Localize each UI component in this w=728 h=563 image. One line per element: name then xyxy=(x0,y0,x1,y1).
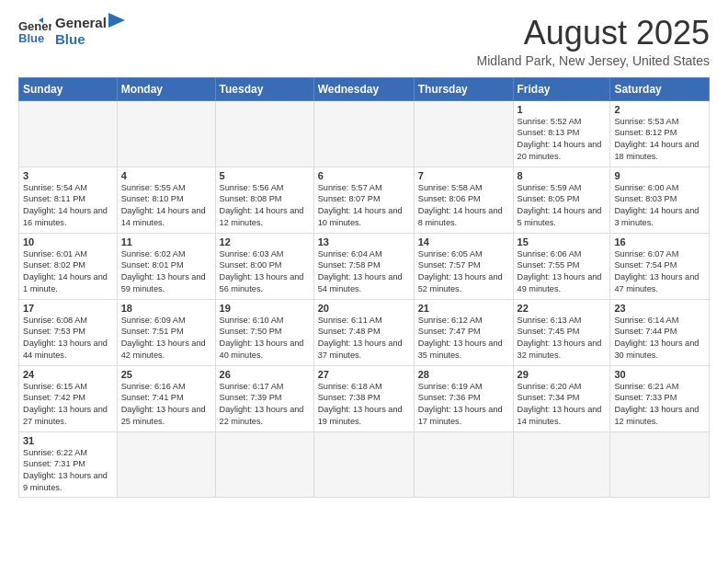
day-number: 25 xyxy=(121,369,211,380)
calendar-header-sunday: Sunday xyxy=(19,77,118,100)
calendar-day-28: 28Sunrise: 6:19 AM Sunset: 7:36 PM Dayli… xyxy=(414,365,513,431)
day-info: Sunrise: 6:04 AM Sunset: 7:58 PM Dayligh… xyxy=(318,248,410,296)
day-number: 14 xyxy=(418,236,509,247)
day-number: 20 xyxy=(318,303,410,314)
day-info: Sunrise: 6:02 AM Sunset: 8:01 PM Dayligh… xyxy=(121,248,211,296)
calendar-day-empty xyxy=(215,100,313,167)
calendar-day-29: 29Sunrise: 6:20 AM Sunset: 7:34 PM Dayli… xyxy=(513,365,610,431)
day-number: 23 xyxy=(614,303,705,314)
day-number: 5 xyxy=(220,170,310,181)
calendar-header-monday: Monday xyxy=(117,77,215,100)
day-info: Sunrise: 6:00 AM Sunset: 8:03 PM Dayligh… xyxy=(614,182,705,230)
calendar-header-saturday: Saturday xyxy=(610,77,710,100)
day-info: Sunrise: 6:11 AM Sunset: 7:48 PM Dayligh… xyxy=(318,315,410,362)
day-info: Sunrise: 5:59 AM Sunset: 8:05 PM Dayligh… xyxy=(518,182,607,230)
logo-general-text: General xyxy=(55,15,107,31)
svg-text:Blue: Blue xyxy=(18,31,44,45)
calendar-day-18: 18Sunrise: 6:09 AM Sunset: 7:51 PM Dayli… xyxy=(117,299,215,365)
day-number: 21 xyxy=(418,303,509,314)
day-info: Sunrise: 6:09 AM Sunset: 7:51 PM Dayligh… xyxy=(121,315,211,362)
day-info: Sunrise: 5:58 AM Sunset: 8:06 PM Dayligh… xyxy=(418,182,509,230)
calendar-day-empty xyxy=(313,431,414,498)
day-number: 9 xyxy=(614,170,705,181)
calendar-day-empty xyxy=(117,100,215,167)
day-info: Sunrise: 5:57 AM Sunset: 8:07 PM Dayligh… xyxy=(318,182,410,230)
day-number: 17 xyxy=(23,303,113,314)
calendar-day-10: 10Sunrise: 6:01 AM Sunset: 8:02 PM Dayli… xyxy=(19,233,118,299)
day-info: Sunrise: 6:03 AM Sunset: 8:00 PM Dayligh… xyxy=(220,248,310,296)
day-number: 6 xyxy=(318,170,410,181)
calendar-header-tuesday: Tuesday xyxy=(215,77,313,100)
calendar-day-empty xyxy=(513,431,610,498)
calendar-day-1: 1Sunrise: 5:52 AM Sunset: 8:13 PM Daylig… xyxy=(513,100,610,167)
day-number: 11 xyxy=(121,236,211,247)
day-info: Sunrise: 6:14 AM Sunset: 7:44 PM Dayligh… xyxy=(614,315,705,362)
day-number: 3 xyxy=(23,170,113,181)
day-info: Sunrise: 6:22 AM Sunset: 7:31 PM Dayligh… xyxy=(23,447,113,495)
day-number: 8 xyxy=(518,170,607,181)
page: General Blue General Blue August 2025 Mi… xyxy=(0,0,728,507)
day-info: Sunrise: 6:19 AM Sunset: 7:36 PM Dayligh… xyxy=(418,381,509,429)
day-info: Sunrise: 6:10 AM Sunset: 7:50 PM Dayligh… xyxy=(220,315,310,362)
calendar-day-16: 16Sunrise: 6:07 AM Sunset: 7:54 PM Dayli… xyxy=(610,233,710,299)
calendar-day-empty xyxy=(414,431,513,498)
calendar-day-12: 12Sunrise: 6:03 AM Sunset: 8:00 PM Dayli… xyxy=(215,233,313,299)
calendar-day-30: 30Sunrise: 6:21 AM Sunset: 7:33 PM Dayli… xyxy=(610,365,710,431)
calendar-header-friday: Friday xyxy=(513,77,610,100)
location: Midland Park, New Jersey, United States xyxy=(477,53,710,68)
calendar-header-thursday: Thursday xyxy=(414,77,513,100)
day-number: 29 xyxy=(518,369,607,380)
day-number: 27 xyxy=(318,369,410,380)
day-number: 7 xyxy=(418,170,509,181)
day-number: 18 xyxy=(121,303,211,314)
day-number: 1 xyxy=(518,104,607,115)
day-number: 15 xyxy=(518,236,607,247)
day-number: 4 xyxy=(121,170,211,181)
day-info: Sunrise: 5:56 AM Sunset: 8:08 PM Dayligh… xyxy=(220,182,310,230)
title-area: August 2025 Midland Park, New Jersey, Un… xyxy=(477,15,710,68)
calendar-day-20: 20Sunrise: 6:11 AM Sunset: 7:48 PM Dayli… xyxy=(313,299,414,365)
calendar-week-row: 24Sunrise: 6:15 AM Sunset: 7:42 PM Dayli… xyxy=(19,365,710,431)
calendar-day-empty xyxy=(313,100,414,167)
day-info: Sunrise: 6:16 AM Sunset: 7:41 PM Dayligh… xyxy=(121,381,211,429)
calendar-day-3: 3Sunrise: 5:54 AM Sunset: 8:11 PM Daylig… xyxy=(19,167,118,233)
day-number: 30 xyxy=(614,369,705,380)
calendar-day-21: 21Sunrise: 6:12 AM Sunset: 7:47 PM Dayli… xyxy=(414,299,513,365)
calendar-day-empty xyxy=(610,431,710,498)
calendar-header-wednesday: Wednesday xyxy=(313,77,414,100)
calendar-day-8: 8Sunrise: 5:59 AM Sunset: 8:05 PM Daylig… xyxy=(513,167,610,233)
generalblue-logo-icon: General Blue xyxy=(18,17,51,45)
day-number: 22 xyxy=(518,303,607,314)
calendar-header-row: SundayMondayTuesdayWednesdayThursdayFrid… xyxy=(19,77,710,100)
logo: General Blue General Blue xyxy=(18,15,127,48)
day-info: Sunrise: 6:01 AM Sunset: 8:02 PM Dayligh… xyxy=(23,248,113,296)
calendar-day-24: 24Sunrise: 6:15 AM Sunset: 7:42 PM Dayli… xyxy=(19,365,118,431)
calendar-week-row: 10Sunrise: 6:01 AM Sunset: 8:02 PM Dayli… xyxy=(19,233,710,299)
month-title: August 2025 xyxy=(477,15,710,52)
day-info: Sunrise: 6:15 AM Sunset: 7:42 PM Dayligh… xyxy=(23,381,113,429)
day-info: Sunrise: 6:05 AM Sunset: 7:57 PM Dayligh… xyxy=(418,248,509,296)
day-number: 12 xyxy=(220,236,310,247)
day-info: Sunrise: 5:52 AM Sunset: 8:13 PM Dayligh… xyxy=(518,116,607,164)
calendar-day-14: 14Sunrise: 6:05 AM Sunset: 7:57 PM Dayli… xyxy=(414,233,513,299)
day-info: Sunrise: 6:21 AM Sunset: 7:33 PM Dayligh… xyxy=(614,381,705,429)
day-number: 16 xyxy=(614,236,705,247)
day-number: 13 xyxy=(318,236,410,247)
calendar-day-31: 31Sunrise: 6:22 AM Sunset: 7:31 PM Dayli… xyxy=(19,431,118,498)
day-info: Sunrise: 6:17 AM Sunset: 7:39 PM Dayligh… xyxy=(220,381,310,429)
calendar-day-11: 11Sunrise: 6:02 AM Sunset: 8:01 PM Dayli… xyxy=(117,233,215,299)
calendar-day-27: 27Sunrise: 6:18 AM Sunset: 7:38 PM Dayli… xyxy=(313,365,414,431)
calendar-day-empty xyxy=(117,431,215,498)
day-info: Sunrise: 5:53 AM Sunset: 8:12 PM Dayligh… xyxy=(614,116,705,164)
svg-marker-3 xyxy=(108,13,125,28)
calendar-day-17: 17Sunrise: 6:08 AM Sunset: 7:53 PM Dayli… xyxy=(19,299,118,365)
day-number: 19 xyxy=(220,303,310,314)
calendar-day-5: 5Sunrise: 5:56 AM Sunset: 8:08 PM Daylig… xyxy=(215,167,313,233)
calendar-day-empty xyxy=(19,100,118,167)
calendar-day-7: 7Sunrise: 5:58 AM Sunset: 8:06 PM Daylig… xyxy=(414,167,513,233)
day-info: Sunrise: 6:06 AM Sunset: 7:55 PM Dayligh… xyxy=(518,248,607,296)
calendar-day-23: 23Sunrise: 6:14 AM Sunset: 7:44 PM Dayli… xyxy=(610,299,710,365)
calendar-day-4: 4Sunrise: 5:55 AM Sunset: 8:10 PM Daylig… xyxy=(117,167,215,233)
day-number: 28 xyxy=(418,369,509,380)
calendar-week-row: 1Sunrise: 5:52 AM Sunset: 8:13 PM Daylig… xyxy=(19,100,710,167)
